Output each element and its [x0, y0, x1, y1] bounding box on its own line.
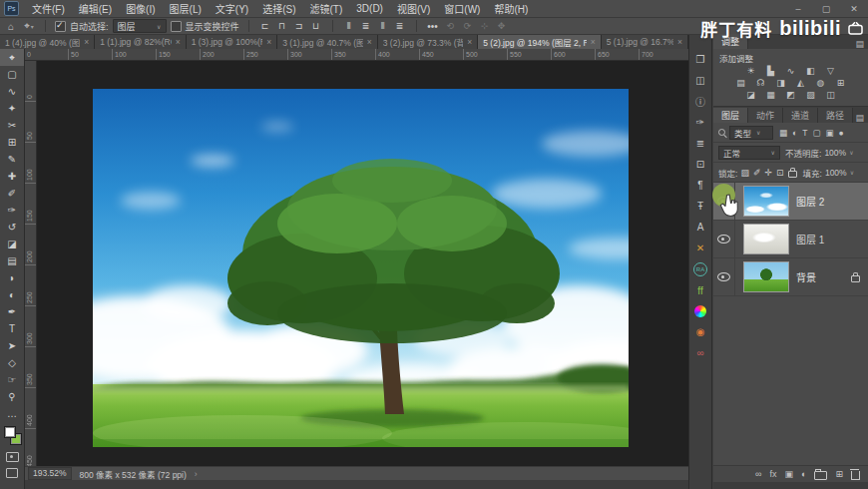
lock-position-icon[interactable]: ✛	[764, 168, 772, 178]
distribute-vertical-icon[interactable]: ≣	[359, 21, 373, 32]
path-select-tool[interactable]: ➤	[0, 337, 24, 354]
layers-panel-tab[interactable]: 动作	[748, 108, 783, 123]
brightness-contrast-icon[interactable]: ☀	[745, 66, 757, 76]
eraser-tool[interactable]: ◪	[0, 236, 24, 252]
marquee-tool[interactable]: ▢	[0, 66, 24, 83]
quick-mask-button[interactable]	[6, 452, 19, 462]
move-tool[interactable]: ⌖	[0, 49, 24, 66]
close-tab-icon[interactable]: ×	[467, 37, 472, 47]
threshold-icon[interactable]: ◩	[785, 90, 797, 100]
layer-row-background[interactable]: 背景	[713, 258, 868, 296]
document-tab[interactable]: 1 (4).jpg @ 40% (图层 用... ×	[0, 35, 95, 49]
selective-color-icon[interactable]: ◫	[825, 90, 837, 100]
clone-stamp-tool[interactable]: ✑	[0, 202, 24, 219]
close-tab-icon[interactable]: ×	[84, 37, 89, 47]
align-bottom-icon[interactable]: ⊔	[309, 21, 323, 31]
canvas-area[interactable]	[37, 61, 688, 466]
color-wheel-panel-icon[interactable]	[694, 305, 706, 317]
background-lock-icon[interactable]	[851, 275, 860, 282]
close-tab-icon[interactable]: ×	[176, 37, 181, 47]
lock-pixels-icon[interactable]: ✐	[753, 168, 761, 178]
crop-tool[interactable]: ✂	[0, 117, 24, 134]
document-tab[interactable]: 1 (1).jpg @ 82%(RGB/8... ×	[95, 35, 187, 49]
history-brush-tool[interactable]: ↺	[0, 219, 24, 236]
hue-saturation-icon[interactable]: ▤	[735, 78, 747, 88]
black-white-icon[interactable]: ◨	[775, 78, 787, 88]
brush-tool[interactable]: ✐	[0, 185, 24, 202]
distribute-horizontal-icon[interactable]: ⫴	[342, 21, 356, 32]
distribute-top-icon[interactable]: ≣	[393, 21, 407, 32]
type-tool[interactable]: T	[0, 320, 24, 337]
quick-selection-tool[interactable]: ✦	[0, 100, 24, 117]
zoom-level-field[interactable]: 193.52%	[28, 467, 72, 480]
close-button[interactable]: ✕	[840, 0, 868, 17]
clone-source-panel-icon[interactable]: ⊡	[689, 154, 711, 175]
foreground-color-swatch[interactable]	[4, 426, 16, 438]
lock-all-icon[interactable]	[788, 171, 797, 178]
plugin-ra-icon[interactable]: RA	[693, 262, 707, 276]
lasso-tool[interactable]: ∿	[0, 83, 24, 100]
properties-panel-icon[interactable]: ≣	[689, 133, 711, 154]
info-panel-icon[interactable]: ⓘ	[689, 91, 711, 112]
link-layers-icon[interactable]: ∞	[755, 469, 761, 479]
menu-item[interactable]: 图像(I)	[119, 0, 162, 17]
opacity-dropdown[interactable]: 100%∨	[824, 148, 853, 158]
document-tab[interactable]: 3 (1).jpg @ 40.7% (图层 用... ×	[277, 35, 378, 49]
glyphs-panel-icon[interactable]: A	[689, 217, 711, 238]
filter-toggle-icon[interactable]: ●	[838, 128, 843, 138]
layer-row-layer1[interactable]: 图层 1	[713, 221, 868, 258]
menu-item[interactable]: 文字(Y)	[209, 0, 255, 17]
new-group-icon[interactable]	[814, 471, 827, 480]
layer-thumbnail[interactable]	[743, 261, 789, 292]
document-tab[interactable]: 1 (3).jpg @ 100%(RGB/... ×	[187, 35, 278, 49]
auto-select-dropdown[interactable]: 图层∨	[113, 19, 167, 33]
screen-mode-button[interactable]	[6, 468, 18, 478]
plugin-x-icon[interactable]: ✕	[689, 238, 711, 258]
filter-shape-layers-icon[interactable]: ▢	[812, 128, 820, 138]
hand-tool[interactable]: ☞	[0, 371, 24, 388]
fill-dropdown[interactable]: 100%∨	[825, 168, 854, 178]
filter-smart-objects-icon[interactable]: ▣	[825, 128, 833, 138]
lock-artboard-icon[interactable]: ⊡	[776, 168, 784, 178]
spot-healing-tool[interactable]: ✚	[0, 168, 24, 185]
menu-item[interactable]: 编辑(E)	[72, 0, 119, 17]
close-tab-icon[interactable]: ×	[677, 37, 682, 47]
distribute-left-icon[interactable]: ⫴	[376, 21, 390, 32]
channel-mixer-icon[interactable]: ◍	[815, 78, 827, 88]
status-chevron-icon[interactable]: ›	[195, 469, 198, 479]
exposure-icon[interactable]: ◧	[805, 66, 817, 76]
invert-icon[interactable]: ◪	[745, 90, 757, 100]
show-transform-checkbox[interactable]	[171, 21, 182, 32]
dodge-tool[interactable]: ◐	[0, 286, 24, 303]
visibility-toggle[interactable]	[713, 221, 735, 257]
menu-item[interactable]: 视图(V)	[390, 0, 437, 17]
posterize-icon[interactable]: ▦	[765, 90, 777, 100]
photo-filter-icon[interactable]: ◭	[795, 78, 807, 88]
panel-menu-icon[interactable]: ▤	[855, 113, 868, 123]
panel-menu-icon[interactable]: ▤	[855, 39, 868, 49]
layers-panel-tab[interactable]: 图层	[713, 108, 748, 123]
levels-icon[interactable]: ▙	[765, 66, 777, 76]
maximize-button[interactable]: ▢	[812, 0, 840, 17]
close-tab-icon[interactable]: ×	[367, 37, 372, 47]
plugin-ff-icon[interactable]: ff	[689, 280, 711, 301]
align-right-icon[interactable]: ⊐	[292, 21, 306, 31]
paragraph-panel-icon[interactable]: ¶	[689, 175, 711, 196]
blend-mode-dropdown[interactable]: 正常∨	[718, 146, 780, 160]
filter-pixel-layers-icon[interactable]: ▦	[779, 128, 787, 138]
new-adjustment-layer-icon[interactable]: ◐	[801, 469, 806, 479]
layer-thumbnail[interactable]	[743, 224, 789, 254]
history-panel-icon[interactable]: ❐	[689, 49, 711, 70]
frame-tool[interactable]: ⊞	[0, 134, 24, 151]
more-options-icon[interactable]: •••	[426, 21, 440, 32]
visibility-toggle[interactable]	[713, 258, 735, 295]
color-swatches[interactable]	[0, 424, 24, 448]
eyedropper-tool[interactable]: ✎	[0, 151, 24, 168]
close-tab-icon[interactable]: ×	[266, 37, 271, 47]
layer-effects-icon[interactable]: fx	[769, 469, 776, 479]
filter-type-layers-icon[interactable]: T	[802, 128, 807, 138]
brush-settings-panel-icon[interactable]: ✑	[689, 112, 711, 133]
layers-panel-tab[interactable]: 通道	[783, 108, 818, 123]
zoom-tool[interactable]: ⚲	[0, 388, 24, 405]
filter-adjustment-layers-icon[interactable]: ◐	[792, 128, 797, 138]
